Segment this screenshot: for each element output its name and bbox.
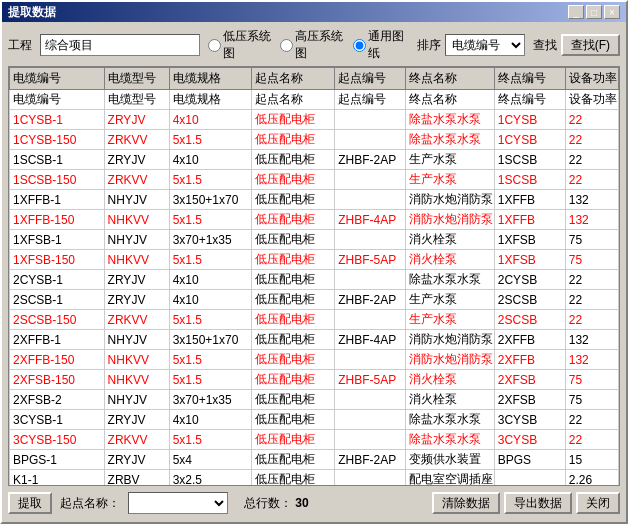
cell-start_code <box>335 130 406 150</box>
cell-start_name: 低压配电柜 <box>252 310 335 330</box>
titlebar: 提取数据 _ □ × <box>2 2 626 22</box>
cell-end_name: 生产水泵 <box>406 170 495 190</box>
close-button[interactable]: 关闭 <box>576 492 620 514</box>
project-input[interactable] <box>40 34 200 56</box>
radio-low-voltage[interactable]: 低压系统图 <box>208 28 274 62</box>
table-row[interactable]: 1SCSB-1ZRYJV4x10低压配电柜ZHBF-2AP生产水泵1SCSB22 <box>10 150 619 170</box>
cell-power: 22 <box>565 270 618 290</box>
clear-button[interactable]: 清除数据 <box>432 492 500 514</box>
table-row[interactable]: 1XFSB-150NHKVV5x1.5低压配电柜ZHBF-5AP消火栓泵1XFS… <box>10 250 619 270</box>
cell-power: 22 <box>565 290 618 310</box>
cell-start_name: 低压配电柜 <box>252 110 335 130</box>
cell-cable_type: ZRYJV <box>104 110 169 130</box>
cell-end_code: 终点编号 <box>494 90 565 110</box>
cell-cable_code: 2CYSB-1 <box>10 270 105 290</box>
start-name-select[interactable] <box>128 492 228 514</box>
cell-end_name: 终点名称 <box>406 90 495 110</box>
table-row[interactable]: 1XFFB-1NHYJV3x150+1x70低压配电柜消防水炮消防泵1XFFB1… <box>10 190 619 210</box>
table-row[interactable]: 电缆编号电缆型号电缆规格起点名称起点编号终点名称终点编号设备功率 <box>10 90 619 110</box>
table-row[interactable]: 3CYSB-1ZRYJV4x10低压配电柜除盐水泵水泵3CYSB22 <box>10 410 619 430</box>
table-row[interactable]: 3CYSB-150ZRKVV5x1.5低压配电柜除盐水泵水泵3CYSB22 <box>10 430 619 450</box>
radio-high-voltage-input[interactable] <box>280 39 293 52</box>
table-row[interactable]: 1CYSB-150ZRKVV5x1.5低压配电柜除盐水泵水泵1CYSB22 <box>10 130 619 150</box>
cell-power: 132 <box>565 190 618 210</box>
cell-end_code: 2XFSB <box>494 390 565 410</box>
cell-start_name: 低压配电柜 <box>252 330 335 350</box>
search-button[interactable]: 查找(F) <box>561 34 620 56</box>
cell-cable_type: 电缆型号 <box>104 90 169 110</box>
cell-end_code: 1XFSB <box>494 250 565 270</box>
table-row[interactable]: 1CYSB-1ZRYJV4x10低压配电柜除盐水泵水泵1CYSB22 <box>10 110 619 130</box>
cell-end_code: 2XFFB <box>494 330 565 350</box>
cell-cable_code: 1XFFB-150 <box>10 210 105 230</box>
cell-start_name: 低压配电柜 <box>252 270 335 290</box>
cell-start_code: ZHBF-2AP <box>335 290 406 310</box>
cell-cable_spec: 5x1.5 <box>169 350 252 370</box>
cell-cable_spec: 5x1.5 <box>169 430 252 450</box>
cell-cable_code: BPGS-1 <box>10 450 105 470</box>
col-header-start-code: 起点编号 <box>335 68 406 90</box>
table-row[interactable]: 2XFFB-1NHYJV3x150+1x70低压配电柜ZHBF-4AP消防水炮消… <box>10 330 619 350</box>
table-row[interactable]: 2XFSB-2NHYJV3x70+1x35低压配电柜消火栓泵2XFSB75 <box>10 390 619 410</box>
table-row[interactable]: 2XFFB-150NHKVV5x1.5低压配电柜消防水炮消防泵2XFFB132 <box>10 350 619 370</box>
cell-end_code: 1XFFB <box>494 210 565 230</box>
cell-cable_type: ZRYJV <box>104 410 169 430</box>
radio-high-voltage-label: 高压系统图 <box>295 28 346 62</box>
cell-cable_spec: 3x150+1x70 <box>169 190 252 210</box>
radio-general[interactable]: 通用图纸 <box>353 28 409 62</box>
minimize-button[interactable]: _ <box>568 5 584 19</box>
cell-cable_spec: 5x1.5 <box>169 130 252 150</box>
cell-cable_code: 1SCSB-1 <box>10 150 105 170</box>
cell-start_code <box>335 470 406 486</box>
cell-cable_type: ZRKVV <box>104 430 169 450</box>
table-wrapper[interactable]: 电缆编号 电缆型号 电缆规格 起点名称 起点编号 终点名称 终点编号 设备功率 … <box>9 67 619 485</box>
cell-cable_spec: 4x10 <box>169 270 252 290</box>
table-row[interactable]: 1XFFB-150NHKVV5x1.5低压配电柜ZHBF-4AP消防水炮消防泵1… <box>10 210 619 230</box>
table-row[interactable]: 2SCSB-1ZRYJV4x10低压配电柜ZHBF-2AP生产水泵2SCSB22 <box>10 290 619 310</box>
cell-start_code: ZHBF-2AP <box>335 150 406 170</box>
cell-power: 22 <box>565 410 618 430</box>
close-button[interactable]: × <box>604 5 620 19</box>
cell-cable_code: 1XFFB-1 <box>10 190 105 210</box>
cell-start_name: 低压配电柜 <box>252 290 335 310</box>
cell-cable_code: 1SCSB-150 <box>10 170 105 190</box>
cell-cable_type: NHYJV <box>104 390 169 410</box>
cell-start_name: 低压配电柜 <box>252 430 335 450</box>
cell-power: 22 <box>565 430 618 450</box>
col-header-cable-spec: 电缆规格 <box>169 68 252 90</box>
cell-end_name: 除盐水泵水泵 <box>406 270 495 290</box>
cell-cable_code: 2SCSB-1 <box>10 290 105 310</box>
cell-end_code: BPGS <box>494 450 565 470</box>
cell-end_name: 除盐水泵水泵 <box>406 130 495 150</box>
table-row[interactable]: 2SCSB-150ZRKVV5x1.5低压配电柜生产水泵2SCSB22 <box>10 310 619 330</box>
table-row[interactable]: K1-1ZRBV3x2.5低压配电柜配电室空调插座 K-12.26 <box>10 470 619 486</box>
maximize-button[interactable]: □ <box>586 5 602 19</box>
cell-cable_spec: 3x70+1x35 <box>169 230 252 250</box>
footer-controls: 提取 起点名称： 总行数： 30 清除数据 导出数据 关闭 <box>8 490 620 516</box>
cell-cable_spec: 电缆规格 <box>169 90 252 110</box>
cell-end_name: 除盐水泵水泵 <box>406 430 495 450</box>
export-button[interactable]: 导出数据 <box>504 492 572 514</box>
cell-cable_spec: 3x150+1x70 <box>169 330 252 350</box>
cell-cable_type: ZRYJV <box>104 150 169 170</box>
cell-start_code: ZHBF-2AP <box>335 450 406 470</box>
extract-button[interactable]: 提取 <box>8 492 52 514</box>
cell-cable_code: 2XFSB-2 <box>10 390 105 410</box>
table-row[interactable]: 2CYSB-1ZRYJV4x10低压配电柜除盐水泵水泵2CYSB22 <box>10 270 619 290</box>
table-row[interactable]: 1XFSB-1NHYJV3x70+1x35低压配电柜消火栓泵1XFSB75 <box>10 230 619 250</box>
sort-select[interactable]: 电缆编号 <box>445 34 525 56</box>
cell-start_name: 低压配电柜 <box>252 390 335 410</box>
radio-high-voltage[interactable]: 高压系统图 <box>280 28 346 62</box>
cell-start_name: 低压配电柜 <box>252 170 335 190</box>
cell-end_name: 消防水炮消防泵 <box>406 330 495 350</box>
table-row[interactable]: BPGS-1ZRYJV5x4低压配电柜ZHBF-2AP变频供水装置BPGS15 <box>10 450 619 470</box>
table-row[interactable]: 2XFSB-150NHKVV5x1.5低压配电柜ZHBF-5AP消火栓泵2XFS… <box>10 370 619 390</box>
radio-general-input[interactable] <box>353 39 366 52</box>
cell-cable_spec: 4x10 <box>169 150 252 170</box>
cell-cable_type: ZRYJV <box>104 270 169 290</box>
cell-power: 15 <box>565 450 618 470</box>
cell-power: 22 <box>565 170 618 190</box>
table-row[interactable]: 1SCSB-150ZRKVV5x1.5低压配电柜生产水泵1SCSB22 <box>10 170 619 190</box>
radio-low-voltage-input[interactable] <box>208 39 221 52</box>
cell-start_code <box>335 270 406 290</box>
